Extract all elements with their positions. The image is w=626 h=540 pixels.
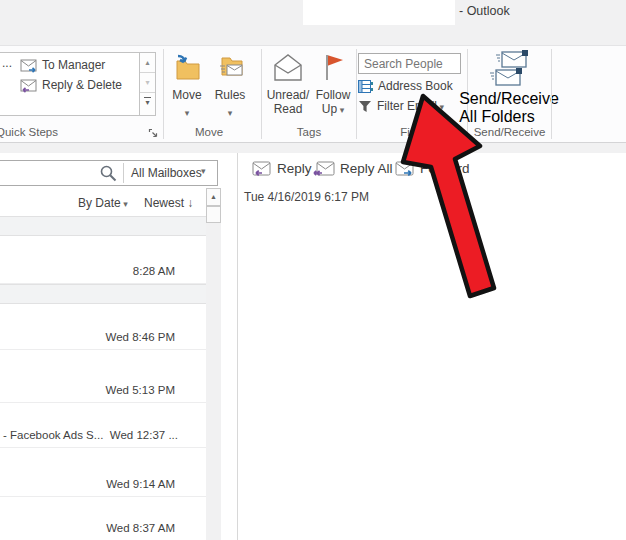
follow-up-line2: Up [322, 102, 344, 116]
quick-steps-dialog-launcher-icon[interactable] [148, 128, 159, 139]
mail-list-scrollbar[interactable] [206, 188, 221, 540]
send-receive-icon [486, 50, 532, 90]
ribbon-content-gap [0, 143, 626, 153]
reply-all-icon [313, 161, 335, 176]
group-label-move: Move [166, 126, 252, 138]
quick-step-reply-delete[interactable]: Reply & Delete [42, 78, 122, 92]
quick-steps-more-button[interactable] [140, 93, 155, 113]
group-label-quick-steps: Quick Steps [0, 126, 72, 138]
address-book-button[interactable]: Address Book [358, 79, 453, 93]
mail-row[interactable]: Wed 9:14 AM [0, 448, 206, 497]
move-button-label: Move [172, 88, 201, 102]
mailbox-scope-selector[interactable]: All Mailboxes [131, 166, 202, 180]
search-people-input[interactable] [358, 53, 461, 74]
open-envelope-icon [270, 52, 306, 84]
outlook-window: - Outlook ... To Manager Reply & Delete … [0, 0, 626, 540]
follow-up-label: Follow Up [316, 88, 351, 117]
group-label-find: Find [356, 126, 467, 138]
window-title-suffix: - Outlook [459, 4, 510, 18]
flag-icon [320, 52, 346, 84]
reply-label: Reply [277, 161, 312, 176]
group-separator [551, 49, 552, 139]
reply-all-button[interactable]: Reply All [313, 161, 393, 176]
send-receive-line1: Send/Receive [459, 90, 559, 107]
filter-funnel-icon [358, 100, 372, 113]
pane-divider[interactable] [237, 153, 238, 540]
move-folder-icon [171, 52, 203, 84]
group-label-send-receive: Send/Receive [467, 126, 552, 138]
message-date: Tue 4/16/2019 6:17 PM [244, 190, 369, 204]
mail-time: Wed 9:14 AM [106, 478, 175, 490]
rules-folder-icon [214, 52, 246, 84]
search-icon[interactable] [99, 164, 118, 183]
address-book-icon [358, 80, 373, 93]
rules-dropdown-caret [228, 102, 233, 120]
scrollbar-thumb[interactable] [206, 206, 221, 223]
mail-time: 8:28 AM [133, 265, 175, 277]
quick-steps-overflow-item[interactable]: ... [2, 56, 12, 70]
follow-up-line1: Follow [316, 88, 351, 102]
mail-time: Wed 5:13 PM [106, 384, 175, 396]
reply-icon [252, 161, 272, 176]
quick-steps-scroll [139, 52, 156, 116]
mail-group-band[interactable] [0, 284, 206, 304]
mail-time: Wed 8:37 AM [106, 522, 175, 534]
unread-read-label: Unread/ Read [267, 88, 310, 116]
unread-label-line2: Read [274, 102, 303, 116]
mail-row[interactable]: Wed 8:37 AM [0, 497, 206, 540]
mail-row[interactable]: Wed 8:46 PM [0, 304, 206, 350]
reply-button[interactable]: Reply [252, 161, 312, 176]
mail-row[interactable]: - Facebook Ads S... Wed 12:37 ... [0, 403, 206, 448]
mail-row[interactable]: Wed 5:13 PM [0, 350, 206, 403]
send-receive-line2: All Folders [459, 108, 535, 125]
rules-button-label: Rules [215, 88, 246, 102]
to-manager-icon [20, 59, 38, 73]
search-scope-divider [123, 163, 124, 183]
sort-order-newest-control[interactable]: Newest [144, 196, 193, 210]
mail-time: Wed 12:37 ... [110, 429, 178, 441]
send-receive-label: Send/Receive All Folders [459, 90, 559, 126]
scrollbar-up-arrow[interactable] [206, 188, 221, 206]
redacted-window-title [303, 0, 455, 25]
mailbox-scope-caret-icon[interactable]: ▾ [201, 166, 206, 176]
mail-row[interactable]: 8:28 AM [0, 236, 206, 284]
group-separator [163, 49, 164, 139]
group-label-tags: Tags [264, 126, 354, 138]
mailbox-search-input[interactable] [0, 163, 89, 185]
mail-subject-fragment: - Facebook Ads S... [3, 429, 103, 441]
quick-steps-scroll-up[interactable] [140, 53, 155, 73]
sort-by-date-control[interactable]: By Date [78, 196, 128, 210]
forward-button[interactable]: Forward [395, 161, 470, 176]
group-separator [261, 49, 262, 139]
quick-step-to-manager[interactable]: To Manager [42, 58, 105, 72]
reply-all-label: Reply All [340, 161, 393, 176]
forward-icon [395, 161, 415, 176]
mail-row-partial[interactable] [0, 216, 206, 236]
move-dropdown-caret [185, 102, 190, 120]
address-book-label: Address Book [378, 79, 453, 93]
mail-time: Wed 8:46 PM [106, 331, 175, 343]
quick-steps-scroll-down[interactable] [140, 73, 155, 93]
forward-label: Forward [420, 161, 470, 176]
unread-label-line1: Unread/ [267, 88, 310, 102]
reply-delete-icon [20, 79, 38, 93]
filter-email-button[interactable]: Filter Email [358, 99, 444, 113]
filter-email-label: Filter Email [377, 99, 444, 113]
